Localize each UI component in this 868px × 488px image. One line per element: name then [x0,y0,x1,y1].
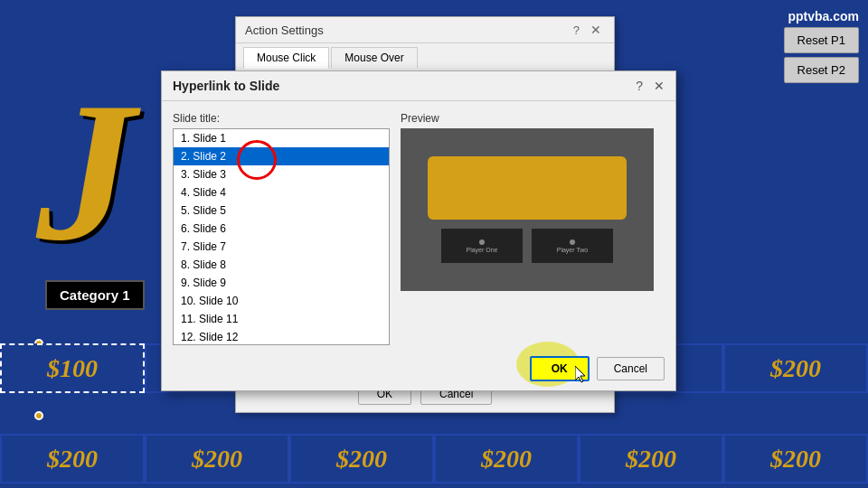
dollar-cell[interactable]: $200 [579,434,723,483]
dollar-cell[interactable]: $200 [723,434,868,483]
preview-player-one-dot [479,239,485,245]
hyperlink-ok-button[interactable]: OK [530,356,590,381]
preview-player-two-box: Player Two [532,229,613,263]
hyperlink-cancel-button[interactable]: Cancel [597,357,665,380]
preview-section: Preview Player One Player Two [401,112,665,345]
preview-player-two-dot [570,239,575,245]
slide-item-3[interactable]: 3. Slide 3 [174,165,389,183]
dollar-row-2: $200 $200 $200 $200 $200 $200 [0,434,868,483]
preview-box: Player One Player Two [401,128,654,291]
action-settings-title-bar: Action Settings ? ✕ [236,17,614,43]
hyperlink-title-bar: Hyperlink to Slide ? ✕ [162,71,675,101]
preview-player-two-label: Player Two [557,247,589,253]
preview-player-one-box: Player One [441,229,523,263]
category-label: Category 1 [60,287,130,303]
slide-title-label: Slide title: [173,112,390,125]
big-letter: J [36,72,136,271]
hyperlink-title-buttons: ? ✕ [636,79,665,93]
hyperlink-footer: OK Cancel [162,356,675,390]
slide-item-9[interactable]: 9. Slide 9 [174,274,389,292]
dollar-cell[interactable]: $200 [434,434,579,483]
reset-p1-button[interactable]: Reset P1 [784,27,859,53]
top-right-panel: pptvba.com Reset P1 Reset P2 [784,9,859,83]
preview-slide-bottom: Player One Player Two [441,229,613,263]
action-settings-close-button[interactable]: ✕ [587,23,605,37]
dollar-cell[interactable]: $200 [0,434,145,483]
hyperlink-title: Hyperlink to Slide [173,79,279,93]
preview-slide-title-shape [428,156,627,220]
action-settings-title: Action Settings [245,23,324,37]
slide-item-12[interactable]: 12. Slide 12 [174,328,389,345]
tab-mouse-over[interactable]: Mouse Over [331,47,417,68]
preview-player-one-label: Player One [466,247,497,253]
tab-mouse-click[interactable]: Mouse Click [243,47,329,69]
slide-list-section: Slide title: 1. Slide 1 2. Slide 2 3. Sl… [173,112,390,345]
preview-label: Preview [401,112,665,125]
dollar-cell[interactable]: $200 [723,343,868,393]
dollar-cell[interactable]: $200 [145,434,289,483]
action-settings-help[interactable]: ? [573,23,580,37]
slide-item-6[interactable]: 6. Slide 6 [174,220,389,238]
site-label: pptvba.com [784,9,859,23]
hyperlink-body: Slide title: 1. Slide 1 2. Slide 2 3. Sl… [162,101,675,356]
hyperlink-help-button[interactable]: ? [636,79,643,93]
dot [34,411,43,420]
slide-item-7[interactable]: 7. Slide 7 [174,238,389,256]
slide-item-4[interactable]: 4. Slide 4 [174,183,389,202]
reset-p2-button[interactable]: Reset P2 [784,57,859,83]
ok-button-wrapper: OK [530,356,590,381]
action-settings-tabs: Mouse Click Mouse Over [236,43,614,68]
hyperlink-to-slide-dialog: Hyperlink to Slide ? ✕ Slide title: 1. S… [161,70,676,391]
slide-item-11[interactable]: 11. Slide 11 [174,310,389,328]
slide-item-8[interactable]: 8. Slide 8 [174,256,389,274]
hyperlink-close-button[interactable]: ✕ [654,79,665,93]
slide-item-1[interactable]: 1. Slide 1 [174,129,389,147]
category-box: Category 1 [45,280,145,310]
dollar-cell[interactable]: $200 [289,434,434,483]
dollar-cell[interactable]: $100 [0,343,145,393]
slide-list[interactable]: 1. Slide 1 2. Slide 2 3. Slide 3 4. Slid… [173,128,390,345]
slide-item-2[interactable]: 2. Slide 2 [174,147,389,165]
slide-item-10[interactable]: 10. Slide 10 [174,292,389,310]
slide-item-5[interactable]: 5. Slide 5 [174,202,389,220]
